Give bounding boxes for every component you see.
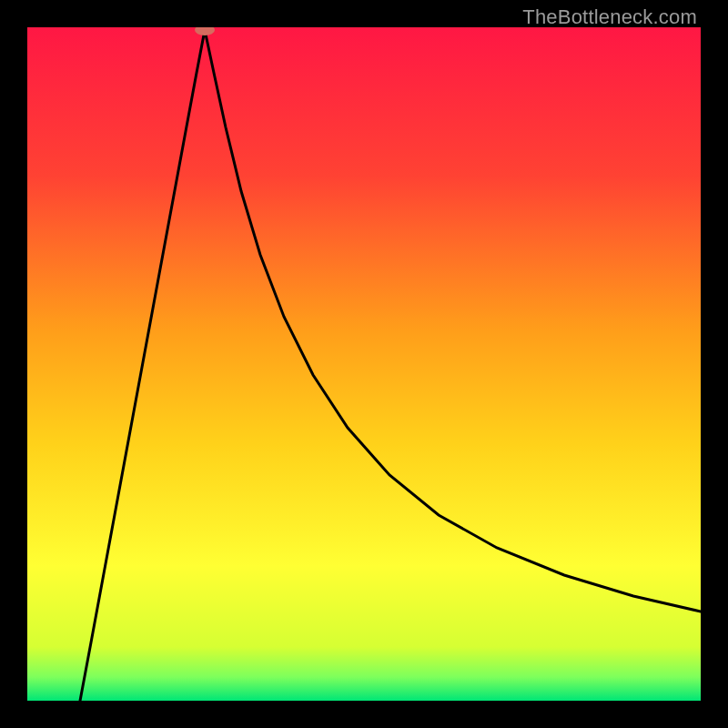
plot-area	[27, 27, 701, 701]
background-frame: TheBottleneck.com	[0, 0, 728, 728]
gradient-background	[27, 27, 701, 701]
watermark-text: TheBottleneck.com	[522, 5, 697, 29]
chart-svg	[27, 27, 701, 701]
